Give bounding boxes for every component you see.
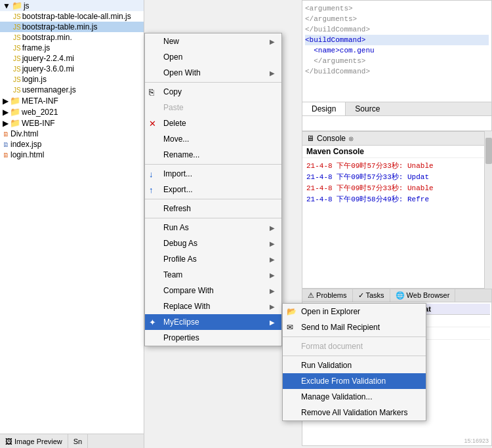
menu-item-run-as[interactable]: Run As ▶ [145, 220, 281, 235]
tree-row-webinf[interactable]: ▶ 📁 WEB-INF [0, 117, 144, 129]
sub-context-menu: 📂 Open in Explorer ✉ Send to Mail Recipi… [282, 303, 426, 421]
scroll-thumb[interactable] [485, 138, 492, 164]
menu-item-open-with[interactable]: Open With ▶ [145, 65, 281, 81]
js-file-icon: JS [13, 13, 21, 20]
sub-menu-item-open-in-explorer[interactable]: 📂 Open in Explorer [283, 304, 426, 319]
tree-row-bootstrap-min[interactable]: JS bootstrap.min. [0, 32, 144, 43]
menu-label-replace-with: Replace With [163, 302, 210, 311]
menu-item-team[interactable]: Team ▶ [145, 267, 281, 283]
tree-label: jquery-2.2.4.mi [22, 54, 74, 63]
tree-row-login-html[interactable]: 🗎 login.html [0, 150, 144, 160]
tree-label: login.js [22, 75, 47, 84]
code-line: <buildCommand> [305, 35, 489, 45]
export-icon: ↑ [149, 185, 154, 195]
menu-item-profile-as[interactable]: Profile As ▶ [145, 251, 281, 267]
menu-separator [145, 218, 281, 218]
menu-separator [145, 164, 281, 165]
tree-label-js: js [24, 1, 30, 10]
sub-menu-item-run-validation[interactable]: Run Validation [283, 357, 426, 373]
sub-menu-item-manage-validation[interactable]: Manage Validation... [283, 389, 426, 405]
tab-design-label: Design [312, 104, 336, 113]
menu-label-rename: Rename... [163, 150, 199, 159]
tree-row-usermanager[interactable]: JS usermanager.js [0, 85, 144, 95]
tab-sn[interactable]: Sn [68, 434, 88, 448]
menu-item-delete[interactable]: ✕ Delete [145, 115, 281, 131]
menu-item-export[interactable]: ↑ Export... [145, 182, 281, 197]
tree-row-metainf[interactable]: ▶ 📁 META-INF [0, 95, 144, 106]
code-line: </buildCommand> [305, 66, 489, 77]
menu-label-properties: Properties [163, 333, 199, 342]
menu-label-export: Export... [163, 185, 193, 194]
tree-label: web_2021 [22, 108, 58, 117]
html-file-icon: 🗎 [3, 131, 9, 138]
arrow-icon: ▶ [270, 303, 275, 310]
arrow-icon: ▶ [270, 70, 275, 77]
tree-row-index-jsp[interactable]: 🗎 index.jsp [0, 139, 144, 150]
tree-row-web2021[interactable]: ▶ 📁 web_2021 [0, 106, 144, 117]
tree-row-jquery224[interactable]: JS jquery-2.2.4.mi [0, 53, 144, 64]
arrow-icon: ▶ [270, 256, 275, 263]
menu-item-refresh[interactable]: Refresh [145, 201, 281, 216]
html-file-icon: 🗎 [3, 152, 9, 159]
tree-row-div-html[interactable]: 🗎 Div.html [0, 129, 144, 139]
menu-label-copy: Copy [163, 87, 182, 96]
tree-row-bootstrap-table[interactable]: JS bootstrap-table.min.js [0, 22, 144, 32]
delete-icon: ✕ [149, 119, 156, 129]
console-log-2: 21-4-8 下午09时57分33秒: Updat [306, 172, 487, 183]
js-file-icon: JS [13, 66, 21, 73]
tree-label: login.html [10, 150, 44, 159]
tree-label: WEB-INF [22, 119, 55, 128]
menu-label-open: Open [163, 52, 182, 62]
menu-label-delete: Delete [163, 119, 186, 128]
tab-source[interactable]: Source [346, 102, 389, 115]
menu-item-compare-with[interactable]: Compare With ▶ [145, 283, 281, 298]
menu-item-move[interactable]: Move... [145, 131, 281, 147]
menu-item-replace-with[interactable]: Replace With ▶ [145, 298, 281, 314]
menu-label-paste: Paste [163, 103, 184, 112]
menu-label-new: New [163, 37, 179, 46]
menu-item-new[interactable]: New ▶ [145, 33, 281, 49]
arrow-icon: ▶ [270, 319, 275, 326]
folder-icon: 📁 [10, 118, 20, 128]
menu-item-open[interactable]: Open [145, 49, 281, 65]
tasks-icon: ✓ [358, 291, 364, 299]
context-menu: New ▶ Open Open With ▶ ⎘ Copy Paste ✕ De… [144, 33, 282, 346]
menu-item-debug-as[interactable]: Debug As ▶ [145, 235, 281, 251]
maven-console-label: Maven Console [306, 147, 364, 156]
tab-problems[interactable]: ⚠ Problems [302, 289, 353, 302]
maven-console-title: Maven Console [302, 146, 491, 158]
mail-icon: ✉ [287, 323, 293, 332]
tree-row-frame[interactable]: JS frame.js [0, 43, 144, 53]
sub-menu-label-run-validation: Run Validation [301, 361, 352, 370]
tab-design[interactable]: Design [302, 102, 346, 115]
menu-label-refresh: Refresh [163, 204, 191, 213]
sub-menu-item-remove-markers[interactable]: Remove All Validation Markers [283, 405, 426, 420]
menu-item-properties[interactable]: Properties [145, 330, 281, 346]
tree-row-bootstrap-locale[interactable]: JS bootstrap-table-locale-all.min.js [0, 11, 144, 22]
tab-web-browser[interactable]: 🌐 Web Browser [390, 289, 456, 302]
menu-item-paste: Paste [145, 100, 281, 115]
tab-image-preview[interactable]: 🖼 Image Preview [0, 434, 68, 448]
menu-label-compare-with: Compare With [163, 286, 214, 295]
menu-item-myeclipse[interactable]: ✦ MyEclipse ▶ [145, 314, 281, 330]
menu-item-copy[interactable]: ⎘ Copy [145, 84, 281, 100]
timestamp-watermark: 15:16923 [464, 438, 489, 444]
problems-icon: ⚠ [308, 291, 314, 299]
tree-row-jquery360[interactable]: JS jquery-3.6.0.mi [0, 64, 144, 74]
sub-menu-item-exclude-validation[interactable]: Exclude From Validation [283, 373, 426, 389]
console-tab-label: ⊗ [348, 135, 354, 142]
tree-row-login-js[interactable]: JS login.js [0, 74, 144, 85]
console-log-3: 21-4-8 下午09时57分33秒: Unable [306, 183, 487, 194]
sub-menu-item-send-mail[interactable]: ✉ Send to Mail Recipient [283, 319, 426, 335]
bottom-tabs: ⚠ Problems ✓ Tasks 🌐 Web Browser [302, 289, 491, 302]
tree-label: usermanager.js [22, 85, 76, 94]
tree-row-js[interactable]: ▼ 📁 js [0, 0, 144, 11]
sub-menu-label-manage-validation: Manage Validation... [301, 392, 373, 401]
web-browser-icon: 🌐 [396, 291, 405, 299]
scroll-indicator[interactable] [484, 131, 492, 289]
menu-item-import[interactable]: ↓ Import... [145, 166, 281, 182]
menu-item-rename[interactable]: Rename... [145, 147, 281, 163]
import-icon: ↓ [149, 169, 154, 179]
tab-tasks[interactable]: ✓ Tasks [353, 289, 390, 302]
tree-label: META-INF [22, 96, 58, 106]
